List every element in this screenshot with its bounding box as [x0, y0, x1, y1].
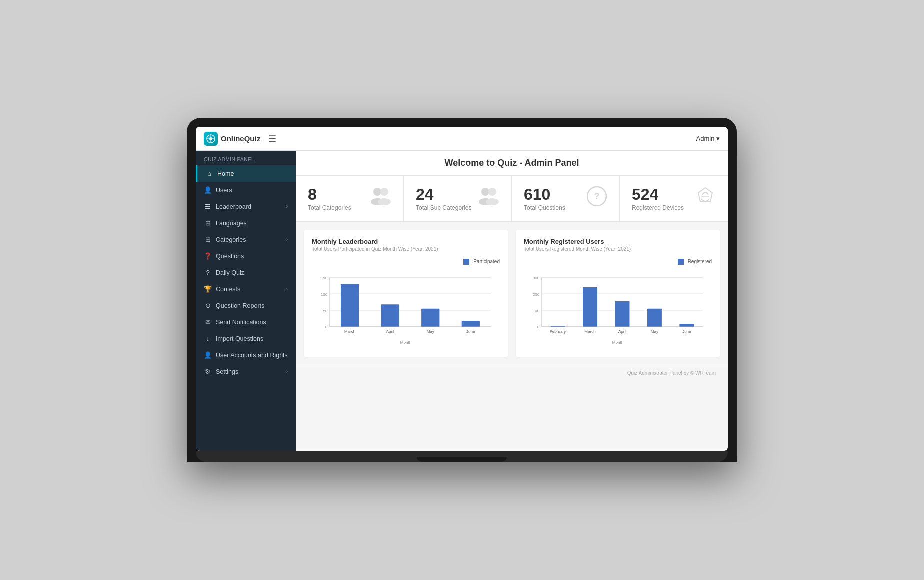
svg-rect-51 [648, 309, 662, 327]
chart-legend-1: Registered [524, 259, 712, 265]
question-reports-icon: ⊙ [204, 302, 212, 310]
svg-text:March: March [344, 330, 356, 334]
sidebar-panel-label: Quiz Admin Panel [196, 151, 296, 166]
sidebar-item-import-questions[interactable]: ↓ Import Questions [196, 330, 296, 347]
svg-point-10 [488, 188, 496, 196]
contests-arrow: › [286, 286, 288, 292]
settings-icon: ⚙ [204, 368, 212, 376]
sidebar-item-settings[interactable]: ⚙ Settings › [196, 364, 296, 380]
svg-text:100: 100 [321, 292, 328, 297]
svg-text:100: 100 [533, 309, 540, 314]
legend-label-0: Participated [474, 259, 500, 265]
questions-icon: ❓ [204, 252, 212, 260]
sidebar-item-categories[interactable]: ⊞ Categories › [196, 232, 296, 248]
sidebar-item-languages[interactable]: ⊞ Languages [196, 215, 296, 232]
user-accounts-icon: 👤 [204, 352, 212, 359]
sidebar-item-questions[interactable]: ❓ Questions [196, 248, 296, 264]
sidebar-label-languages: Languages [216, 220, 288, 227]
sidebar-item-user-accounts[interactable]: 👤 User Accounts and Rights [196, 347, 296, 364]
stats-grid: 8 Total Categories 24 Total Sub Categori… [296, 176, 728, 222]
stat-number-2: 610 [524, 186, 566, 202]
stat-label-0: Total Categories [308, 204, 352, 212]
import-questions-icon: ↓ [204, 335, 212, 342]
stat-card-3: 524 Registered Devices [620, 176, 728, 222]
svg-text:0: 0 [538, 325, 540, 330]
stat-info-2: 610 Total Questions [524, 186, 566, 212]
sidebar-label-daily-quiz: Daily Quiz [216, 270, 288, 276]
languages-icon: ⊞ [204, 220, 212, 227]
daily-quiz-icon: ? [204, 269, 212, 276]
footer-text: Quiz Administrator Panel by © WRTeam [628, 370, 716, 376]
stat-number-3: 524 [632, 186, 684, 202]
chart-legend-0: Participated [312, 259, 500, 265]
send-notifications-icon: ✉ [204, 318, 212, 326]
sidebar-item-question-reports[interactable]: ⊙ Question Reports [196, 298, 296, 314]
leaderboard-icon: ☰ [204, 203, 212, 210]
svg-text:50: 50 [323, 309, 328, 314]
svg-text:200: 200 [533, 292, 540, 297]
chart-card-monthly-registered: Monthly Registered Users Total Users Reg… [516, 230, 720, 357]
stat-card-1: 24 Total Sub Categories [404, 176, 512, 222]
bar-chart-1: 0100200300 Month FebruaryMarchAprilMayJu… [524, 269, 712, 349]
stat-label-1: Total Sub Categories [416, 204, 472, 212]
categories-arrow: › [286, 237, 288, 242]
laptop-frame: OnlineQuiz ☰ Admin ▾ Quiz Admin Panel ⌂ … [187, 118, 737, 462]
logo-area: OnlineQuiz [204, 132, 260, 146]
screen: OnlineQuiz ☰ Admin ▾ Quiz Admin Panel ⌂ … [196, 127, 728, 451]
stat-card-2: 610 Total Questions ? [512, 176, 620, 222]
app-footer: Quiz Administrator Panel by © WRTeam [296, 365, 728, 381]
sidebar-label-send-notifications: Send Notifications [216, 319, 288, 326]
legend-label-1: Registered [688, 259, 712, 265]
page-title-bar: Welcome to Quiz - Admin Panel [296, 151, 728, 176]
chart-subtitle-0: Total Users Participated in Quiz Month W… [312, 246, 500, 252]
sidebar-item-send-notifications[interactable]: ✉ Send Notifications [196, 314, 296, 330]
main-content: Welcome to Quiz - Admin Panel 8 Total Ca… [296, 151, 728, 451]
svg-rect-45 [551, 326, 566, 327]
laptop-notch [417, 457, 507, 462]
charts-grid: Monthly Leaderboard Total Users Particip… [296, 222, 728, 365]
svg-text:April: April [618, 330, 626, 334]
chart-subtitle-1: Total Users Registered Month Wise (Year:… [524, 246, 712, 252]
sidebar-label-users: Users [216, 187, 288, 194]
sidebar-label-settings: Settings [216, 368, 282, 376]
stat-number-0: 8 [308, 186, 352, 202]
svg-text:300: 300 [533, 276, 540, 280]
chart-svg-0: 050100150 Month MarchAprilMayJune [312, 269, 500, 349]
stat-icon-2: ? [586, 186, 608, 212]
sidebar-item-leaderboard[interactable]: ☰ Leaderboard › [196, 198, 296, 215]
logo-icon [204, 132, 218, 146]
chart-svg-1: 0100200300 Month FebruaryMarchAprilMayJu… [524, 269, 712, 349]
stat-icon-1 [478, 187, 500, 210]
svg-rect-47 [583, 288, 598, 327]
sidebar-label-home: Home [218, 170, 288, 178]
svg-text:June: June [682, 330, 692, 334]
sidebar-item-daily-quiz[interactable]: ? Daily Quiz [196, 264, 296, 281]
laptop-base [196, 451, 728, 462]
sidebar-label-categories: Categories [216, 236, 282, 244]
contests-icon: 🏆 [204, 286, 212, 293]
svg-text:June: June [466, 330, 476, 334]
stat-label-3: Registered Devices [632, 204, 684, 212]
sidebar-label-user-accounts: User Accounts and Rights [216, 352, 288, 359]
stat-number-1: 24 [416, 186, 472, 202]
svg-rect-49 [615, 302, 630, 327]
sidebar-label-contests: Contests [216, 286, 282, 293]
sidebar-label-question-reports: Question Reports [216, 302, 288, 310]
stat-icon-3 [695, 186, 716, 212]
sidebar-item-users[interactable]: 👤 Users [196, 182, 296, 198]
hamburger-icon[interactable]: ☰ [268, 134, 276, 144]
svg-text:March: March [584, 330, 596, 334]
stat-info-1: 24 Total Sub Categories [416, 186, 472, 212]
svg-text:Month: Month [612, 340, 624, 345]
sidebar-item-home[interactable]: ⌂ Home [196, 166, 296, 182]
header-left: OnlineQuiz ☰ [204, 132, 276, 146]
svg-text:Month: Month [400, 340, 412, 345]
stat-icon-0 [370, 187, 392, 210]
sidebar-item-contests[interactable]: 🏆 Contests › [196, 281, 296, 298]
svg-rect-53 [680, 324, 694, 327]
chart-title-0: Monthly Leaderboard [312, 238, 500, 246]
svg-text:May: May [651, 330, 658, 334]
page-title: Welcome to Quiz - Admin Panel [308, 158, 716, 168]
stat-info-0: 8 Total Categories [308, 186, 352, 212]
admin-dropdown[interactable]: Admin ▾ [696, 135, 720, 142]
